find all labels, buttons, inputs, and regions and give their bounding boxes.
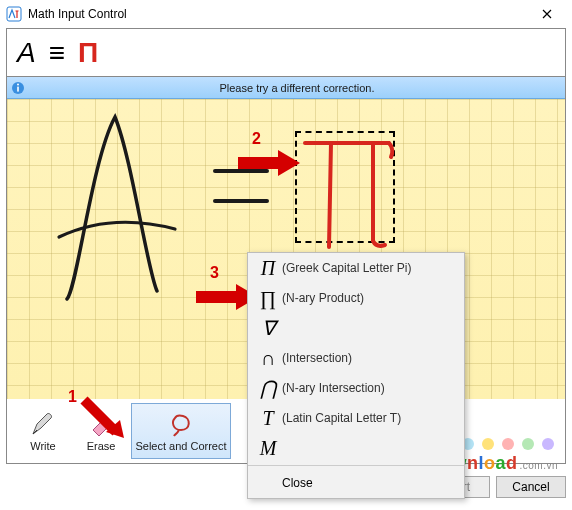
- preview-pi: Π: [78, 37, 101, 68]
- symbol-desc: (Intersection): [282, 351, 352, 365]
- write-label: Write: [30, 440, 55, 452]
- preview-A: A: [17, 37, 39, 68]
- formula-preview: A ≡ Π: [7, 29, 565, 77]
- symbol: T: [254, 407, 282, 430]
- erase-label: Erase: [87, 440, 116, 452]
- symbol-desc: (N-ary Intersection): [282, 381, 385, 395]
- status-bar: Please try a different correction.: [7, 77, 565, 99]
- symbol-desc: (Greek Capital Letter Pi): [282, 261, 411, 275]
- symbol: Π: [254, 257, 282, 280]
- eraser-icon: [87, 410, 115, 438]
- info-icon: [7, 81, 29, 95]
- watermark-suffix: .com.vn: [519, 460, 558, 471]
- erase-tool[interactable]: Erase: [73, 403, 129, 459]
- status-message: Please try a different correction.: [29, 82, 565, 94]
- correction-option-nary-intersection[interactable]: ⋂ (N-ary Intersection): [248, 373, 464, 403]
- symbol: ∩: [254, 347, 282, 370]
- correction-option-pi[interactable]: Π (Greek Capital Letter Pi): [248, 253, 464, 283]
- cancel-button[interactable]: Cancel: [496, 476, 566, 498]
- preview-equiv: ≡: [49, 37, 68, 68]
- select-correct-label: Select and Correct: [135, 440, 226, 452]
- menu-separator: [248, 465, 464, 466]
- symbol-desc: (N-ary Product): [282, 291, 364, 305]
- pen-icon: [29, 410, 57, 438]
- title-bar: Math Input Control: [0, 0, 572, 28]
- lasso-icon: [167, 410, 195, 438]
- symbol-desc: (Latin Capital Letter T): [282, 411, 401, 425]
- symbol: ⋂: [254, 376, 282, 400]
- correction-option-nabla[interactable]: ∇: [248, 313, 464, 343]
- close-label: Close: [282, 476, 313, 490]
- symbol: ∏: [254, 287, 282, 310]
- symbol: M: [254, 437, 282, 460]
- correction-menu: Π (Greek Capital Letter Pi) ∏ (N-ary Pro…: [247, 252, 465, 499]
- select-and-correct-tool[interactable]: Select and Correct: [131, 403, 231, 459]
- preview-math: A ≡ Π: [17, 37, 101, 69]
- window-title: Math Input Control: [28, 7, 528, 21]
- svg-point-3: [17, 83, 19, 85]
- correction-option-M[interactable]: M: [248, 433, 464, 463]
- color-dots: [462, 438, 554, 450]
- correction-option-nary-product[interactable]: ∏ (N-ary Product): [248, 283, 464, 313]
- app-icon: [6, 6, 22, 22]
- symbol: ∇: [254, 316, 282, 340]
- write-tool[interactable]: Write: [15, 403, 71, 459]
- window-close-button[interactable]: [528, 0, 566, 28]
- correction-option-intersection[interactable]: ∩ (Intersection): [248, 343, 464, 373]
- svg-rect-2: [17, 86, 19, 91]
- correction-menu-close[interactable]: Close: [248, 468, 464, 498]
- correction-option-T[interactable]: T (Latin Capital Letter T): [248, 403, 464, 433]
